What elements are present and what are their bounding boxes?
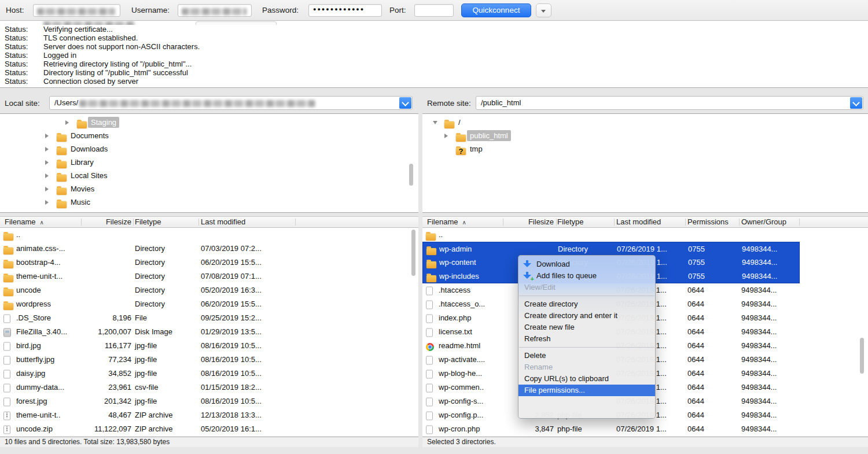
file-row[interactable]: wp-cron.php3,847php-file07/26/2019 1...0…: [422, 422, 868, 436]
menu-item-rename[interactable]: Rename: [518, 361, 655, 373]
menu-item-create-new-file[interactable]: Create new file: [518, 322, 655, 333]
file-row[interactable]: ..: [422, 228, 868, 242]
file-row[interactable]: daisy.jpg34,852jpg-file08/16/2019 10:5..…: [0, 367, 418, 381]
file-row[interactable]: animate.css-...Directory07/03/2019 07:2.…: [0, 242, 418, 256]
file-row[interactable]: wordpressDirectory06/20/2019 15:5...: [0, 297, 418, 311]
tree-item-staging[interactable]: Staging: [0, 116, 418, 129]
port-input[interactable]: [414, 4, 454, 17]
tree-item-library[interactable]: Library: [0, 156, 418, 169]
tree-item-[interactable]: /: [422, 116, 868, 129]
local-site-path: /Users/: [54, 97, 315, 109]
remote-site-combo[interactable]: /public_html: [476, 96, 863, 110]
cell-filename: wp-commen..: [439, 381, 484, 394]
expand-arrow-icon[interactable]: [444, 134, 448, 138]
expand-arrow-icon[interactable]: [45, 174, 49, 178]
file-row[interactable]: bootstrap-4...Directory06/20/2019 15:5..…: [0, 256, 418, 270]
menu-item-copy-url-s-to-clipboard[interactable]: Copy URL(s) to clipboard: [518, 373, 655, 385]
cell-filename: wp-activate....: [439, 353, 485, 367]
menu-item-create-directory[interactable]: Create directory: [518, 298, 655, 310]
file-row[interactable]: ..: [0, 228, 418, 242]
file-row[interactable]: uncodeDirectory05/20/2019 16:3...: [0, 283, 418, 297]
file-row[interactable]: theme-unit-t..48,467ZIP archive12/13/201…: [0, 408, 418, 422]
tree-item-tmp[interactable]: ?tmp: [422, 142, 868, 156]
host-input[interactable]: [33, 4, 120, 17]
column-separator[interactable]: [295, 219, 296, 226]
tree-item-movies[interactable]: Movies: [0, 182, 418, 195]
menu-item-label: Create directory: [524, 300, 578, 308]
password-input[interactable]: ●●●●●●●●●●●●: [308, 4, 382, 17]
file-row[interactable]: uncode.zip11,122,097ZIP archive05/20/201…: [0, 422, 418, 436]
column-header-filesize[interactable]: Filesize: [473, 217, 554, 227]
cell-filename: .htaccess: [439, 283, 470, 297]
expand-arrow-icon[interactable]: [45, 200, 49, 205]
column-separator[interactable]: [503, 219, 503, 226]
cell-permissions: 0755: [688, 256, 705, 270]
cell-filename: bootstrap-4...: [16, 256, 61, 270]
local-site-dropdown-button[interactable]: [399, 97, 411, 109]
cell-owner-group: 9498344...: [741, 311, 777, 325]
file-row[interactable]: .DS_Store8,196File09/25/2019 15:2...: [0, 311, 418, 325]
tree-item-local-sites[interactable]: Local Sites: [0, 169, 418, 182]
menu-item-delete[interactable]: Delete: [518, 350, 655, 361]
cell-filename: .htaccess_o...: [439, 297, 485, 311]
column-separator[interactable]: [556, 219, 557, 226]
column-header-filesize[interactable]: Filesize: [51, 217, 131, 227]
column-separator[interactable]: [739, 219, 740, 226]
column-header-filename[interactable]: Filename∧: [427, 217, 466, 228]
quickconnect-dropdown-button[interactable]: [536, 3, 551, 17]
expand-arrow-icon[interactable]: [45, 147, 49, 152]
column-separator[interactable]: [685, 219, 686, 226]
file-row[interactable]: dummy-data...23,961csv-file01/15/2019 18…: [0, 381, 418, 394]
expand-arrow-icon[interactable]: [45, 134, 49, 138]
username-input[interactable]: [178, 4, 252, 17]
menu-item-view-edit[interactable]: View/Edit: [518, 282, 655, 293]
column-separator[interactable]: [614, 219, 615, 226]
file-row[interactable]: bird.jpg116,177jpg-file08/16/2019 10:5..…: [0, 339, 418, 353]
column-header-owner-group[interactable]: Owner/Group: [741, 217, 786, 227]
menu-item-label: Create directory and enter it: [524, 311, 617, 320]
file-row[interactable]: forest.jpg201,342jpg-file08/16/2019 10:5…: [0, 394, 418, 408]
local-site-combo[interactable]: /Users/: [49, 96, 413, 110]
tree-item-downloads[interactable]: Downloads: [0, 142, 418, 156]
collapse-arrow-icon[interactable]: [433, 121, 437, 124]
tree-item-music[interactable]: Music: [0, 195, 418, 209]
expand-arrow-icon[interactable]: [45, 187, 49, 191]
context-menu: Download+Add files to queueView/EditCrea…: [518, 255, 656, 419]
tree-item-documents[interactable]: Documents: [0, 129, 418, 142]
remote-status-bar: Selected 3 directories.: [422, 437, 868, 447]
menu-item-refresh[interactable]: Refresh: [518, 333, 655, 345]
tree-item-public-html[interactable]: public_html: [422, 129, 868, 142]
status-log-line: Status:Connection closed by server: [0, 77, 868, 86]
column-separator[interactable]: [198, 219, 199, 226]
column-header-filetype[interactable]: Filetype: [557, 217, 584, 227]
menu-item-file-permissions[interactable]: File permissions...: [518, 385, 655, 396]
file-row[interactable]: FileZilla_3.40...1,200,007Disk Image01/2…: [0, 325, 418, 339]
status-log-line: Status:Retrieving directory listing of "…: [0, 60, 868, 68]
cell-permissions: 0644: [687, 339, 704, 353]
menu-item-create-directory-and-enter-it[interactable]: Create directory and enter it: [518, 310, 655, 322]
column-header-last-modified[interactable]: Last modified: [616, 217, 661, 227]
expand-arrow-icon[interactable]: [45, 160, 49, 165]
menu-item-add-files-to-queue[interactable]: +Add files to queue: [518, 270, 655, 282]
file-row[interactable]: butterfly.jpg77,234jpg-file08/16/2019 10…: [0, 353, 418, 367]
port-label: Port:: [389, 6, 406, 14]
column-separator[interactable]: [799, 219, 800, 226]
file-row[interactable]: wp-adminDirectory07/26/2019 1...07559498…: [422, 242, 800, 256]
quickconnect-toolbar: Host: Username: Password: ●●●●●●●●●●●● P…: [0, 0, 868, 21]
column-header-last-modified[interactable]: Last modified: [201, 217, 245, 227]
remote-directory-tree: /public_html?tmp: [422, 113, 868, 213]
remote-site-dropdown-button[interactable]: [850, 97, 862, 109]
column-separator[interactable]: [133, 219, 134, 226]
column-separator[interactable]: [81, 219, 82, 226]
dropdown-arrow-icon: [541, 10, 546, 13]
cell-filetype: jpg-file: [135, 339, 157, 353]
column-header-filename[interactable]: Filename∧: [5, 217, 44, 228]
cell-owner-group: 9498344...: [741, 394, 777, 408]
column-header-filetype[interactable]: Filetype: [135, 217, 161, 227]
cell-owner-group: 9498344...: [742, 242, 777, 256]
menu-item-download[interactable]: Download: [518, 259, 655, 270]
expand-arrow-icon[interactable]: [65, 120, 69, 125]
column-header-permissions[interactable]: Permissions: [687, 217, 729, 227]
file-row[interactable]: theme-unit-t...Directory07/08/2019 07:1.…: [0, 270, 418, 283]
quickconnect-button[interactable]: Quickconnect: [461, 3, 531, 17]
